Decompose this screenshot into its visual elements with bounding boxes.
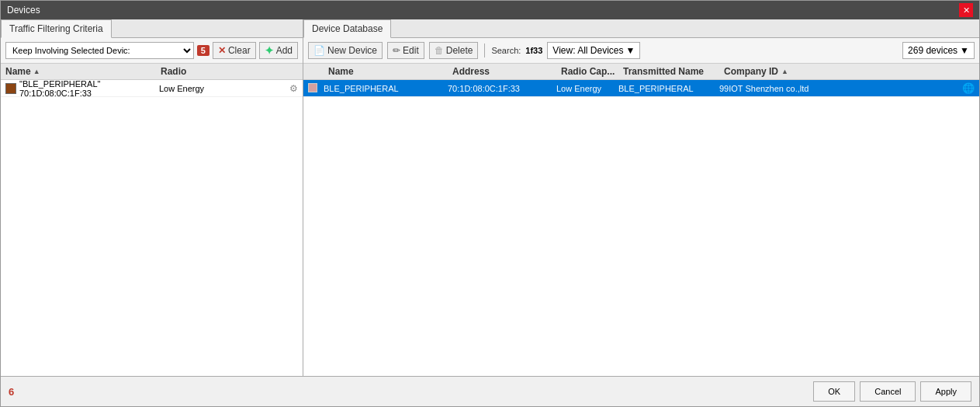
tab-traffic-filtering[interactable]: Traffic Filtering Criteria	[1, 19, 112, 38]
edit-icon: ✏	[393, 45, 400, 56]
add-button[interactable]: ✦ Add	[259, 42, 298, 59]
cancel-button[interactable]: Cancel	[860, 381, 916, 402]
device-count-dropdown[interactable]: 269 devices ▼	[902, 42, 975, 59]
new-device-button[interactable]: 📄 New Device	[308, 42, 383, 59]
new-device-icon: 📄	[313, 45, 325, 56]
db-col-icon-header	[308, 66, 328, 77]
sort-arrow-name: ▲	[33, 68, 40, 75]
right-toolbar: 📄 New Device ✏ Edit 🗑 Delete Search: 1f3…	[303, 38, 979, 64]
edit-button[interactable]: ✏ Edit	[387, 42, 424, 59]
db-table-header: Name Address Radio Cap... Transmitted Na…	[303, 64, 979, 80]
tab-device-database[interactable]: Device Database	[303, 19, 391, 38]
left-toolbar: Keep Involving Selected Devic: 5 ✕ Clear…	[1, 38, 303, 64]
left-list-header: Name ▲ Radio	[1, 64, 303, 80]
db-col-name-header: Name	[328, 66, 452, 77]
left-col-radio-header: Radio	[161, 66, 238, 77]
settings-icon[interactable]: ⚙	[289, 83, 298, 94]
left-tab-bar: Traffic Filtering Criteria	[1, 19, 303, 38]
left-list-body: "BLE_PERIPHERAL" 70:1D:08:0C:1F:33 Low E…	[1, 80, 303, 376]
ok-button[interactable]: OK	[813, 381, 855, 402]
count-chevron-icon: ▼	[960, 45, 969, 56]
main-window: Devices ✕ Traffic Filtering Criteria Kee…	[0, 0, 980, 407]
footer-number: 6	[9, 386, 14, 398]
right-panel: Device Database 📄 New Device ✏ Edit 🗑 De…	[303, 19, 979, 376]
search-label: Search:	[491, 46, 521, 55]
keep-involving-dropdown[interactable]: Keep Involving Selected Devic:	[5, 42, 194, 59]
chevron-down-icon: ▼	[626, 45, 635, 56]
add-icon: ✦	[265, 44, 274, 57]
db-col-transmitted-header: Transmitted Name	[623, 66, 724, 77]
x-icon: ✕	[218, 45, 226, 56]
close-button[interactable]: ✕	[959, 3, 973, 17]
globe-icon: 🌐	[962, 82, 975, 94]
delete-button[interactable]: 🗑 Delete	[429, 42, 479, 59]
sort-arrow-company: ▲	[781, 68, 788, 75]
row-color-icon	[308, 83, 319, 94]
main-content: Traffic Filtering Criteria Keep Involvin…	[1, 19, 979, 376]
db-col-company-header: Company ID ▲	[724, 66, 975, 77]
toolbar-separator	[484, 43, 485, 57]
window-title: Devices	[7, 5, 40, 16]
device-color-icon	[5, 83, 16, 94]
db-col-radio-header: Radio Cap...	[561, 66, 623, 77]
apply-button[interactable]: Apply	[920, 381, 971, 402]
clear-button[interactable]: ✕ Clear	[213, 42, 256, 59]
left-col-name-header: Name ▲	[5, 66, 161, 77]
search-value: 1f33	[525, 46, 542, 55]
db-table-body: BLE_PERIPHERAL 70:1D:08:0C:1F:33 Low Ene…	[303, 80, 979, 376]
device-count-badge: 5	[197, 45, 210, 56]
list-item[interactable]: "BLE_PERIPHERAL" 70:1D:08:0C:1F:33 Low E…	[1, 80, 303, 97]
db-col-address-header: Address	[452, 66, 561, 77]
table-row[interactable]: BLE_PERIPHERAL 70:1D:08:0C:1F:33 Low Ene…	[303, 80, 979, 97]
title-bar: Devices ✕	[1, 1, 979, 19]
left-panel: Traffic Filtering Criteria Keep Involvin…	[1, 19, 303, 376]
right-tab-bar: Device Database	[303, 19, 979, 38]
bottom-bar: 6 OK Cancel Apply	[1, 376, 979, 406]
view-dropdown[interactable]: View: All Devices ▼	[547, 42, 640, 59]
delete-icon: 🗑	[435, 45, 444, 56]
